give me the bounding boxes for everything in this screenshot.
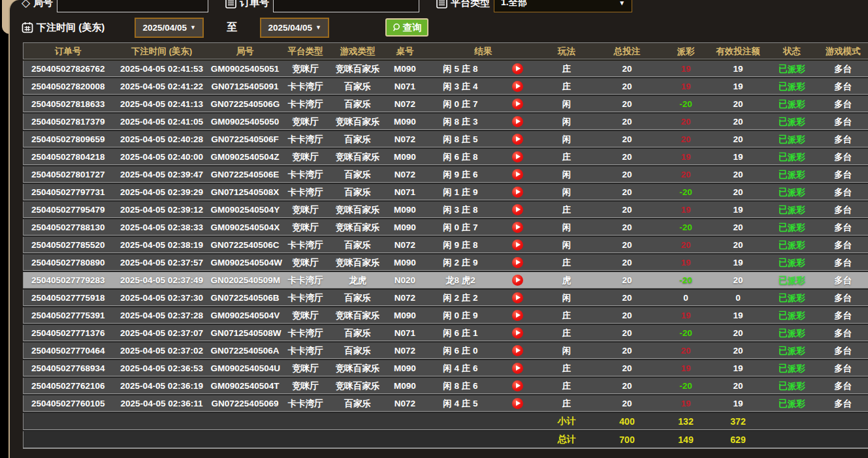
play-icon[interactable] xyxy=(512,239,523,251)
table-row[interactable]: 2504050277881302025-04-05 02:38:33GM0902… xyxy=(24,219,868,236)
column-header: 游戏类型 xyxy=(332,43,384,61)
table-row[interactable]: 2504050277689342025-04-05 02:36:53GM0902… xyxy=(24,359,868,377)
platform-type-cell: 竞咪厅 xyxy=(280,254,332,271)
platform-type-cell: 卡卡湾厅 xyxy=(280,395,332,412)
table-row[interactable]: 2504050278042182025-04-05 02:40:00GM0902… xyxy=(24,148,868,166)
valid-bet-cell: 0 xyxy=(711,289,766,307)
bet-time-cell: 2025-04-05 02:41:13 xyxy=(113,95,211,113)
play-icon[interactable] xyxy=(512,81,523,92)
platform-type-cell: 卡卡湾厅 xyxy=(280,271,332,289)
table-number-cell: N072 xyxy=(384,95,426,113)
game-type-cell: 百家乐 xyxy=(332,236,384,254)
table-row[interactable]: 2504050277713762025-04-05 02:37:07GN0712… xyxy=(24,324,868,342)
play-icon[interactable] xyxy=(512,398,523,409)
round-number-input[interactable] xyxy=(57,0,208,12)
play-type-cell: 庄 xyxy=(541,60,593,78)
summary-valid-bet: 372 xyxy=(711,412,766,431)
play-icon[interactable] xyxy=(512,134,523,145)
table-number-cell: N072 xyxy=(384,395,426,412)
table-row[interactable]: 2504050277855202025-04-05 02:38:19GN0722… xyxy=(24,236,868,254)
play-icon[interactable] xyxy=(512,116,523,127)
video-replay-cell xyxy=(495,148,541,166)
result-cell: 闲 8 庄 3 xyxy=(426,113,495,130)
play-icon[interactable] xyxy=(512,310,523,321)
order-number-cell: 250405027826762 xyxy=(24,60,113,78)
play-icon[interactable] xyxy=(512,169,523,180)
valid-bet-cell: 19 xyxy=(711,359,766,377)
records-table: 订单号下注时间 (美东)局号平台类型游戏类型桌号结果玩法总投注派彩有效投注额状态… xyxy=(23,42,868,449)
table-row[interactable]: 2504050278186332025-04-05 02:41:13GN0722… xyxy=(24,95,868,113)
query-button-label: 查询 xyxy=(403,22,422,34)
play-icon[interactable] xyxy=(512,363,523,374)
valid-bet-cell: 20 xyxy=(711,183,766,201)
table-row[interactable]: 2504050277704642025-04-05 02:37:02GN0722… xyxy=(24,342,868,359)
payout-cell: -20 xyxy=(662,324,711,342)
video-replay-cell xyxy=(495,60,541,78)
platform-type-cell: 竞咪厅 xyxy=(280,113,332,130)
table-number-cell: N072 xyxy=(384,130,426,148)
order-number-cell: 250405027771376 xyxy=(24,324,113,342)
round-number-cell: GM0902540504W xyxy=(211,254,280,271)
game-type-cell: 龙虎 xyxy=(332,271,384,289)
table-row[interactable]: 2504050278200082025-04-05 02:41:22GN0712… xyxy=(24,78,868,95)
platform-type-select[interactable]: 1.全部 ▼ xyxy=(494,0,632,12)
play-icon[interactable] xyxy=(512,380,523,391)
play-icon[interactable] xyxy=(512,292,523,303)
payout-cell: 19 xyxy=(662,359,711,377)
play-icon[interactable] xyxy=(512,151,523,162)
game-mode-cell: 多台 xyxy=(818,342,868,359)
table-row[interactable]: 2504050277954792025-04-05 02:39:12GM0902… xyxy=(24,201,868,219)
platform-type-cell: 卡卡湾厅 xyxy=(280,289,332,307)
subtotal-row: 小计400132372 xyxy=(24,412,868,431)
order-number-label: 订单号 xyxy=(240,0,269,9)
game-mode-cell: 多台 xyxy=(818,254,868,271)
table-row[interactable]: 2504050277977312025-04-05 02:39:29GN0712… xyxy=(24,183,868,201)
table-row[interactable]: 2504050278173792025-04-05 02:41:05GM0902… xyxy=(24,113,868,130)
table-row[interactable]: 2504050277621062025-04-05 02:36:19GM0902… xyxy=(24,377,868,395)
valid-bet-cell: 20 xyxy=(711,130,766,148)
play-icon[interactable] xyxy=(512,257,523,268)
table-row[interactable]: 2504050277808902025-04-05 02:37:57GM0902… xyxy=(24,254,868,271)
total-bet-cell: 20 xyxy=(593,95,662,113)
play-icon[interactable] xyxy=(512,328,523,339)
result-cell: 闲 4 庄 5 xyxy=(426,395,495,412)
play-icon[interactable] xyxy=(512,222,523,233)
table-row[interactable]: 2504050278017272025-04-05 02:39:47GN0722… xyxy=(24,166,868,183)
order-number-input[interactable] xyxy=(273,0,419,12)
play-icon[interactable] xyxy=(512,275,523,286)
table-row[interactable]: 2504050278096592025-04-05 02:40:28GN0722… xyxy=(24,130,868,148)
table-row[interactable]: 2504050277759182025-04-05 02:37:30GN0722… xyxy=(24,289,868,307)
game-type-cell: 竞咪百家乐 xyxy=(332,113,384,130)
table-row[interactable]: 2504050278267622025-04-05 02:41:53GM0902… xyxy=(24,60,868,78)
query-button[interactable]: 查询 xyxy=(385,18,428,37)
table-row[interactable]: 2504050277792832025-04-05 02:37:49GN0202… xyxy=(24,271,868,289)
round-number-label: 局号 xyxy=(33,0,53,9)
bet-time-cell: 2025-04-05 02:40:00 xyxy=(113,148,211,166)
video-replay-cell xyxy=(495,166,541,183)
valid-bet-cell: 20 xyxy=(711,236,766,254)
round-number-cell: GM0902540504Z xyxy=(211,148,280,166)
play-icon[interactable] xyxy=(512,204,523,215)
play-icon[interactable] xyxy=(512,345,523,356)
round-number-cell: GM09025405050 xyxy=(211,113,280,130)
order-number-cell: 250405027775918 xyxy=(24,289,113,307)
column-header: 局号 xyxy=(211,43,280,61)
date-to-select[interactable]: 2025/04/05 ▼ xyxy=(260,18,329,38)
order-number-cell: 250405027795479 xyxy=(24,201,113,219)
play-icon[interactable] xyxy=(512,187,523,198)
game-mode-cell: 多台 xyxy=(818,60,868,78)
valid-bet-cell: 19 xyxy=(711,60,766,78)
table-row[interactable]: 2504050277753912025-04-05 02:37:28GM0902… xyxy=(24,307,868,324)
result-cell: 闲 0 庄 9 xyxy=(426,307,495,324)
video-replay-cell xyxy=(495,183,541,201)
valid-bet-cell: 20 xyxy=(711,271,766,289)
table-number-cell: M090 xyxy=(384,201,426,219)
table-row[interactable]: 2504050277601052025-04-05 02:36:11GN0722… xyxy=(24,395,868,412)
date-from-select[interactable]: 2025/04/05 ▼ xyxy=(135,18,204,38)
game-type-cell: 竞咪百家乐 xyxy=(332,219,384,236)
table-number-cell: M090 xyxy=(384,359,426,377)
round-number-cell: GN0712540508X xyxy=(211,183,280,201)
play-icon[interactable] xyxy=(512,63,523,74)
order-number-cell: 250405027788130 xyxy=(24,219,113,236)
play-icon[interactable] xyxy=(512,99,523,110)
